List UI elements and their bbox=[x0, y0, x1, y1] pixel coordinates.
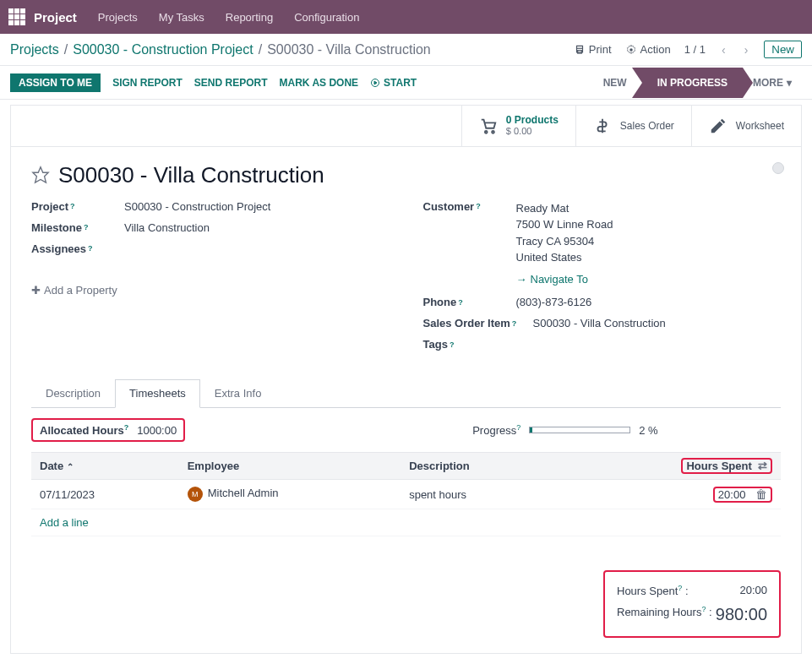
svg-point-6 bbox=[492, 131, 494, 133]
cart-icon bbox=[479, 117, 498, 135]
project-value[interactable]: S00030 - Construction Project bbox=[124, 200, 270, 213]
gear-icon bbox=[625, 44, 637, 56]
summary-hours-spent-label: Hours Spent? : bbox=[617, 584, 689, 597]
customer-value: Ready Mat 7500 W Linne Road Tracy CA 953… bbox=[516, 200, 613, 288]
breadcrumb-sep: / bbox=[259, 42, 262, 57]
app-brand: Project bbox=[34, 10, 77, 24]
stage-in-progress[interactable]: IN PROGRESS bbox=[642, 68, 743, 98]
sales-order-item-label: Sales Order Item? bbox=[423, 317, 533, 329]
cell-employee[interactable]: MMitchell Admin bbox=[179, 480, 401, 509]
help-icon[interactable]: ? bbox=[88, 244, 93, 253]
play-icon bbox=[370, 78, 380, 88]
stat-sales-order[interactable]: Sales Order bbox=[575, 106, 691, 146]
breadcrumb-current: S00030 - Villa Construction bbox=[267, 42, 431, 57]
phone-value[interactable]: (803)-873-6126 bbox=[516, 296, 592, 308]
help-icon[interactable]: ? bbox=[516, 423, 520, 432]
nav-projects[interactable]: Projects bbox=[98, 11, 138, 24]
help-icon[interactable]: ? bbox=[124, 423, 129, 432]
tab-description[interactable]: Description bbox=[31, 379, 115, 407]
svg-point-2 bbox=[629, 48, 633, 52]
send-report-button[interactable]: SEND REPORT bbox=[194, 77, 268, 89]
new-button[interactable]: New bbox=[764, 41, 802, 58]
cell-hours[interactable]: 20:00 🗑 bbox=[559, 480, 781, 509]
breadcrumb-construction[interactable]: S00030 - Construction Project bbox=[73, 42, 253, 57]
adjust-icon[interactable]: ⇄ bbox=[758, 460, 767, 472]
print-icon bbox=[574, 44, 586, 56]
plus-icon: ✚ bbox=[31, 284, 41, 297]
caret-down-icon: ▾ bbox=[787, 77, 792, 89]
sales-order-item-value[interactable]: S00030 - Villa Construction bbox=[533, 317, 666, 329]
milestone-label: Milestone? bbox=[31, 221, 124, 234]
col-hours-spent[interactable]: Hours Spent ⇄ bbox=[559, 453, 781, 480]
svg-marker-4 bbox=[374, 81, 377, 84]
help-icon[interactable]: ? bbox=[70, 202, 75, 210]
kanban-state-dot[interactable] bbox=[772, 162, 784, 174]
progress-bar bbox=[529, 427, 630, 433]
nav-reporting[interactable]: Reporting bbox=[226, 11, 273, 24]
progress-value: 2 % bbox=[639, 424, 657, 437]
cell-description[interactable]: spent hours bbox=[401, 480, 559, 509]
help-icon[interactable]: ? bbox=[678, 584, 682, 592]
table-row[interactable]: 07/11/2023 MMitchell Admin spent hours 2… bbox=[31, 480, 781, 509]
task-title: S00030 - Villa Construction bbox=[58, 162, 324, 188]
add-line-button[interactable]: Add a line bbox=[31, 509, 781, 536]
add-property-button[interactable]: ✚ Add a Property bbox=[31, 284, 117, 297]
allocated-hours-box: Allocated Hours? 1000:00 bbox=[31, 418, 185, 442]
pager-prev[interactable]: ‹ bbox=[719, 43, 728, 57]
pencil-icon bbox=[709, 117, 728, 135]
sign-report-button[interactable]: SIGN REPORT bbox=[112, 77, 183, 89]
allocated-hours-label: Allocated Hours? bbox=[40, 423, 128, 437]
stat-products[interactable]: 0 Products $ 0.00 bbox=[461, 106, 575, 146]
help-icon[interactable]: ? bbox=[450, 340, 455, 349]
arrow-right-icon: → bbox=[516, 271, 527, 288]
dollar-icon bbox=[593, 117, 612, 135]
tags-label: Tags? bbox=[423, 338, 516, 351]
breadcrumb-projects[interactable]: Projects bbox=[10, 42, 59, 57]
summary-remaining-value: 980:00 bbox=[716, 605, 767, 624]
sort-asc-icon: ⌃ bbox=[67, 462, 74, 471]
trash-icon[interactable]: 🗑 bbox=[755, 487, 767, 501]
col-date[interactable]: Date⌃ bbox=[31, 453, 179, 480]
summary-box: Hours Spent? : 20:00 Remaining Hours? : … bbox=[603, 570, 781, 637]
assign-to-me-button[interactable]: ASSIGN TO ME bbox=[10, 73, 101, 92]
mark-as-done-button[interactable]: MARK AS DONE bbox=[280, 77, 359, 89]
project-label: Project? bbox=[31, 200, 124, 213]
milestone-value[interactable]: Villa Construction bbox=[124, 221, 210, 234]
apps-launcher-icon[interactable] bbox=[8, 8, 25, 25]
help-icon[interactable]: ? bbox=[84, 223, 89, 231]
allocated-hours-value[interactable]: 1000:00 bbox=[137, 424, 177, 437]
pager-text: 1 / 1 bbox=[684, 43, 706, 56]
breadcrumb-sep: / bbox=[64, 42, 68, 57]
svg-rect-1 bbox=[577, 50, 581, 53]
cell-date[interactable]: 07/11/2023 bbox=[31, 480, 179, 509]
help-icon[interactable]: ? bbox=[476, 202, 481, 210]
print-button[interactable]: Print bbox=[574, 43, 612, 56]
avatar: M bbox=[188, 487, 203, 502]
help-icon[interactable]: ? bbox=[701, 605, 706, 613]
nav-configuration[interactable]: Configuration bbox=[294, 11, 359, 24]
summary-hours-spent-value: 20:00 bbox=[739, 584, 767, 597]
help-icon[interactable]: ? bbox=[458, 298, 463, 307]
phone-label: Phone? bbox=[423, 296, 516, 308]
start-button[interactable]: START bbox=[370, 77, 417, 89]
favorite-star-icon[interactable] bbox=[31, 166, 50, 184]
stat-worksheet[interactable]: Worksheet bbox=[691, 106, 801, 146]
svg-marker-7 bbox=[33, 167, 48, 182]
tab-extra-info[interactable]: Extra Info bbox=[200, 379, 276, 407]
summary-remaining-label: Remaining Hours? : bbox=[617, 605, 712, 624]
action-menu[interactable]: Action bbox=[625, 43, 671, 56]
col-description[interactable]: Description bbox=[401, 453, 559, 480]
customer-label: Customer? bbox=[423, 200, 516, 213]
progress-label: Progress? bbox=[472, 423, 520, 437]
pager-next[interactable]: › bbox=[742, 43, 751, 57]
col-employee[interactable]: Employee bbox=[179, 453, 401, 480]
tab-timesheets[interactable]: Timesheets bbox=[115, 379, 200, 408]
svg-point-5 bbox=[485, 131, 488, 133]
breadcrumb: Projects / S00030 - Construction Project… bbox=[10, 42, 431, 57]
nav-my-tasks[interactable]: My Tasks bbox=[159, 11, 204, 24]
navigate-to-button[interactable]: → Navigate To bbox=[516, 271, 588, 288]
help-icon[interactable]: ? bbox=[512, 319, 517, 328]
assignees-label: Assignees? bbox=[31, 242, 124, 255]
